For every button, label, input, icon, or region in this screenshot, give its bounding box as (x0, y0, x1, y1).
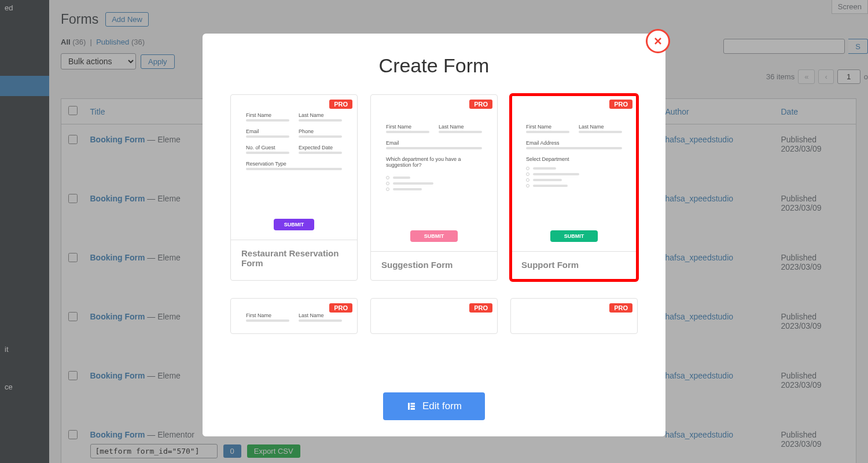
pro-badge: PRO (609, 303, 632, 313)
pro-badge: PRO (329, 303, 352, 313)
pro-badge: PRO (329, 100, 352, 109)
modal-close-button[interactable] (646, 29, 670, 53)
create-form-modal: Create Form PRO First Name Last Name Ema… (203, 34, 665, 436)
preview-submit: SUBMIT (274, 219, 315, 230)
pro-badge: PRO (469, 100, 492, 109)
pro-badge: PRO (609, 100, 632, 109)
preview-submit: SUBMIT (410, 230, 458, 242)
template-name: Suggestion Form (371, 251, 497, 278)
template-suggestion[interactable]: PRO First Name Last Name Email Which dep… (370, 94, 498, 281)
edit-form-button[interactable]: Edit form (383, 392, 485, 420)
template-card[interactable]: PRO First Name Last Name (230, 298, 358, 334)
pro-badge: PRO (469, 303, 492, 313)
template-name: Support Form (511, 251, 637, 278)
template-card[interactable]: PRO (370, 298, 498, 334)
preview-submit: SUBMIT (550, 230, 598, 242)
close-icon (652, 35, 664, 47)
modal-title: Create Form (230, 54, 638, 77)
template-restaurant-reservation[interactable]: PRO First Name Last Name Email Phone No.… (230, 94, 358, 281)
elementor-icon (406, 401, 417, 411)
template-support[interactable]: PRO First Name Last Name Email Address S… (510, 94, 638, 281)
template-card[interactable]: PRO (510, 298, 638, 334)
template-name: Restaurant Reservation Form (231, 240, 357, 280)
